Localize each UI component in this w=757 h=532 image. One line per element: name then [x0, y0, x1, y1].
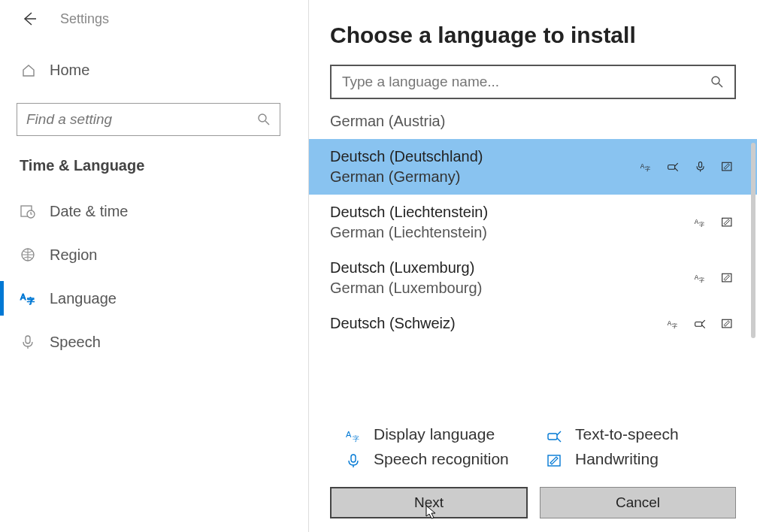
language-native: Deutsch (Schweiz)	[330, 315, 456, 332]
svg-text:A: A	[640, 163, 645, 170]
nav-item-language[interactable]: A字 Language	[0, 277, 297, 320]
svg-rect-15	[722, 218, 731, 226]
language-search-input[interactable]	[342, 74, 710, 90]
svg-rect-10	[668, 165, 675, 170]
handwriting-icon	[719, 316, 736, 331]
svg-text:A: A	[20, 292, 26, 301]
language-install-dialog: Choose a language to install German (Aus…	[308, 0, 757, 532]
nav-label: Region	[50, 246, 97, 264]
svg-rect-22	[722, 319, 731, 328]
nav-item-speech[interactable]: Speech	[0, 320, 297, 364]
tts-icon	[547, 428, 563, 444]
speech-recognition-icon	[345, 452, 362, 469]
handwriting-icon	[547, 452, 563, 469]
language-row[interactable]: Deutsch (Deutschland)German (Germany)A字	[309, 139, 757, 195]
svg-rect-26	[351, 455, 356, 462]
svg-rect-25	[548, 434, 557, 440]
search-icon	[710, 75, 724, 89]
nav-label: Date & time	[50, 203, 128, 220]
language-native: Deutsch (Luxemburg)	[330, 259, 482, 277]
svg-text:字: 字	[27, 297, 35, 305]
svg-point-0	[259, 114, 266, 122]
mouse-cursor	[425, 505, 438, 520]
microphone-icon	[20, 334, 36, 350]
section-title: Time & Language	[0, 136, 297, 182]
sidebar-search[interactable]	[17, 103, 280, 136]
svg-rect-6	[26, 336, 30, 343]
back-icon[interactable]	[21, 11, 38, 27]
svg-text:字: 字	[699, 277, 704, 283]
svg-rect-18	[722, 274, 731, 282]
language-english: German (Liechtenstein)	[330, 224, 488, 241]
language-native: Deutsch (Liechtenstein)	[330, 204, 488, 221]
handwriting-icon	[719, 271, 736, 286]
language-row[interactable]: Deutsch (Liechtenstein)German (Liechtens…	[309, 195, 757, 250]
search-icon	[257, 113, 271, 126]
svg-rect-11	[699, 162, 702, 167]
svg-rect-12	[722, 162, 731, 171]
legend-label: Handwriting	[575, 450, 659, 468]
settings-sidebar: Settings Home Time & Language Date & tim…	[0, 0, 297, 532]
feature-legend: A字 Display language Text-to-speech Speec…	[309, 416, 757, 475]
svg-point-7	[712, 77, 719, 84]
handwriting-icon	[719, 215, 736, 230]
svg-text:A: A	[695, 219, 699, 225]
display-icon: A字	[638, 159, 655, 174]
language-search[interactable]	[330, 65, 736, 99]
display-language-icon: A字	[345, 428, 362, 444]
svg-text:A: A	[668, 319, 672, 326]
page-title: Settings	[60, 11, 109, 27]
home-label: Home	[50, 62, 89, 79]
legend-label: Text-to-speech	[575, 425, 679, 443]
svg-rect-21	[695, 322, 702, 326]
language-native: Deutsch (Deutschland)	[330, 148, 483, 165]
cancel-button[interactable]: Cancel	[540, 487, 736, 518]
calendar-icon	[20, 203, 36, 219]
display-icon: A字	[665, 316, 682, 331]
svg-text:A: A	[695, 274, 699, 281]
globe-icon	[20, 246, 36, 263]
tts-icon	[665, 159, 682, 174]
dialog-title: Choose a language to install	[309, 18, 757, 65]
nav-label: Speech	[50, 334, 101, 351]
language-icon: A字	[20, 290, 36, 307]
legend-label: Display language	[374, 425, 495, 443]
language-row[interactable]: Deutsch (Luxemburg)German (Luxembourg)A字	[309, 250, 757, 306]
svg-text:字: 字	[645, 166, 650, 171]
scrollbar[interactable]	[751, 143, 755, 338]
svg-text:字: 字	[353, 435, 359, 443]
language-row[interactable]: Deutsch (Schweiz)A字	[309, 306, 757, 341]
nav-item-region[interactable]: Region	[0, 233, 297, 277]
language-english: German (Luxembourg)	[330, 280, 482, 297]
svg-text:字: 字	[699, 222, 704, 227]
nav-label: Language	[50, 290, 117, 307]
home-icon	[21, 63, 36, 78]
tts-icon	[692, 316, 709, 331]
language-row-partial[interactable]: German (Austria)	[309, 113, 757, 139]
language-english: German (Germany)	[330, 168, 483, 186]
display-icon: A字	[692, 215, 709, 230]
home-link[interactable]: Home	[0, 51, 297, 89]
language-list[interactable]: German (Austria) Deutsch (Deutschland)Ge…	[309, 113, 757, 416]
legend-label: Speech recognition	[374, 450, 509, 468]
svg-rect-27	[548, 455, 560, 466]
handwriting-icon	[719, 159, 736, 174]
display-icon: A字	[692, 271, 709, 286]
nav-item-datetime[interactable]: Date & time	[0, 189, 297, 233]
sidebar-search-input[interactable]	[26, 111, 257, 128]
svg-text:A: A	[346, 430, 352, 439]
speech-icon	[692, 159, 709, 174]
svg-text:字: 字	[672, 322, 677, 328]
